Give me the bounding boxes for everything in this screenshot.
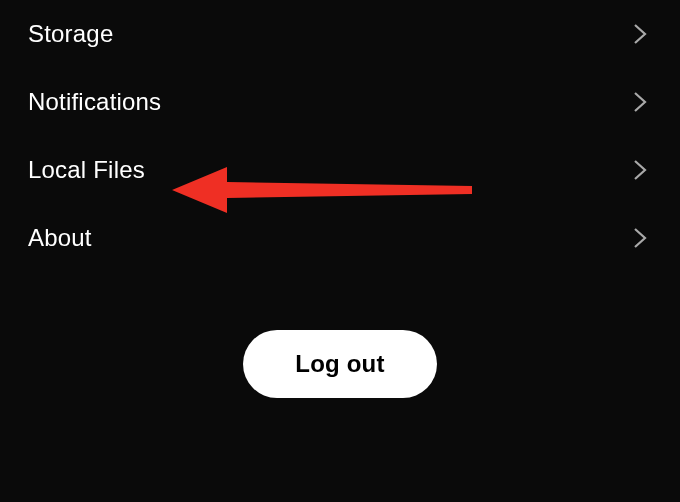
settings-item-local-files[interactable]: Local Files — [0, 136, 680, 204]
settings-item-label: Local Files — [28, 156, 145, 184]
logout-button[interactable]: Log out — [243, 330, 436, 398]
settings-item-about[interactable]: About — [0, 204, 680, 272]
settings-item-label: About — [28, 224, 92, 252]
logout-container: Log out — [0, 330, 680, 398]
settings-list: Storage Notifications Local Files About — [0, 0, 680, 272]
chevron-right-icon — [632, 22, 650, 46]
chevron-right-icon — [632, 226, 650, 250]
settings-item-label: Storage — [28, 20, 113, 48]
chevron-right-icon — [632, 90, 650, 114]
settings-item-label: Notifications — [28, 88, 161, 116]
settings-item-notifications[interactable]: Notifications — [0, 68, 680, 136]
chevron-right-icon — [632, 158, 650, 182]
settings-item-storage[interactable]: Storage — [0, 0, 680, 68]
